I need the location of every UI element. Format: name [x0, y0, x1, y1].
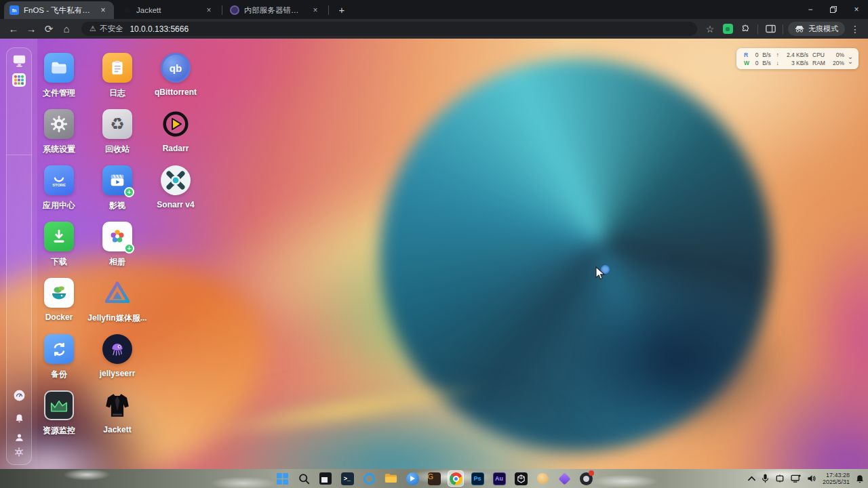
app-recycle-bin[interactable]: ♻ 回收站: [88, 109, 146, 165]
browser-tab-strip: fn FnOS - 飞牛私有云fnOS × Jackett × 内部服务器错误 …: [0, 0, 868, 19]
search-icon[interactable]: [296, 470, 312, 487]
backup-icon: [44, 334, 74, 364]
app-sonarr[interactable]: Sonarr v4: [146, 165, 205, 222]
tab-close-icon[interactable]: ×: [98, 5, 108, 16]
speaker-icon[interactable]: [807, 474, 816, 483]
desktop-view-icon[interactable]: [12, 54, 26, 68]
grid-empty-cell: [146, 278, 205, 334]
app-resource-monitor[interactable]: 资源监控: [30, 390, 88, 447]
app-qbittorrent[interactable]: qb qBittorrent: [146, 53, 205, 109]
app-photos[interactable]: + 相册: [88, 222, 146, 278]
app-docker[interactable]: Docker: [30, 278, 88, 334]
url-text: 10.0.0.133:5666: [130, 24, 189, 34]
security-chip[interactable]: ⚠ 不安全: [90, 24, 123, 34]
start-button-icon[interactable]: [274, 470, 290, 487]
app-label: 文件管理: [43, 87, 75, 99]
bookmark-star-icon[interactable]: ☆: [703, 22, 717, 37]
app-jellyseerr[interactable]: jellyseerr: [88, 334, 146, 390]
upload-arrow-icon: ↑: [774, 51, 782, 59]
powershell-icon[interactable]: >_: [339, 470, 355, 487]
mouse-cursor: [595, 266, 606, 283]
app-label: Docker: [45, 312, 73, 322]
audition-icon[interactable]: Au: [491, 470, 507, 487]
tab-close-icon[interactable]: ×: [310, 5, 321, 16]
warning-icon: ⚠: [90, 24, 96, 33]
pen-device-icon[interactable]: [775, 474, 785, 483]
file-explorer-icon[interactable]: [382, 470, 399, 487]
resource-monitor-icon: [44, 390, 74, 420]
widget-collapse-icon[interactable]: ⌄⌄: [846, 54, 854, 64]
g-app-icon[interactable]: G: [426, 470, 442, 487]
new-tab-button[interactable]: +: [334, 1, 350, 18]
tan-app-icon[interactable]: [534, 470, 551, 487]
settings-gear-icon[interactable]: [12, 445, 26, 460]
hidden-icons-chevron[interactable]: [748, 476, 755, 481]
notification-center-icon[interactable]: [856, 474, 864, 483]
minimize-button[interactable]: −: [799, 0, 822, 19]
adblock-extension-icon[interactable]: [720, 22, 735, 37]
purple-app-icon[interactable]: [556, 470, 572, 487]
qbittorrent-icon: qb: [161, 53, 191, 83]
unity-icon[interactable]: [513, 470, 529, 487]
notifications-bell-icon[interactable]: [12, 411, 26, 426]
user-account-icon[interactable]: [12, 430, 26, 445]
reload-icon[interactable]: ⟳: [41, 21, 57, 37]
app-radarr[interactable]: Radarr: [146, 109, 205, 165]
photoshop-icon[interactable]: Ps: [469, 470, 486, 487]
app-jellyfin[interactable]: Jellyfin媒体服...: [88, 278, 146, 334]
app-file-manager[interactable]: 文件管理: [30, 53, 88, 109]
loop-app-icon[interactable]: [361, 470, 377, 487]
cpu-value: 0%: [829, 51, 846, 59]
ram-label: RAM: [810, 59, 829, 67]
app-launcher-icon[interactable]: [12, 73, 26, 87]
app-app-center[interactable]: STORE 应用中心: [30, 165, 88, 222]
download-arrow-icon: ↓: [774, 59, 782, 67]
app-label: Sonarr v4: [157, 200, 194, 209]
side-panel-icon[interactable]: [763, 22, 778, 37]
task-view-icon[interactable]: [317, 470, 334, 487]
write-value: 0: [753, 59, 761, 67]
tab-fnos[interactable]: fn FnOS - 飞牛私有云fnOS ×: [4, 1, 114, 19]
cpu-label: CPU: [810, 51, 829, 59]
fnos-desktop: 文件管理 日志 qb qBittorrent 系统设置: [0, 39, 868, 469]
app-jackett[interactable]: Jackett: [88, 390, 146, 447]
app-movies[interactable]: + 影视: [88, 165, 146, 222]
tab-title: FnOS - 飞牛私有云fnOS: [24, 5, 92, 16]
obs-icon[interactable]: [578, 470, 594, 487]
app-logs[interactable]: 日志: [88, 53, 146, 109]
tab-jackett[interactable]: Jackett ×: [117, 1, 220, 19]
jellyfin-icon: [102, 278, 132, 308]
app-label: 影视: [109, 200, 125, 211]
app-download[interactable]: 下载: [30, 222, 88, 278]
chrome-icon[interactable]: [448, 470, 464, 487]
media-app-icon[interactable]: [404, 470, 420, 487]
back-icon[interactable]: ←: [5, 21, 22, 37]
app-label: 相册: [109, 256, 125, 268]
menu-kebab-icon[interactable]: ⋮: [848, 22, 863, 37]
restore-button[interactable]: [822, 0, 845, 19]
tab-jellyseerr[interactable]: 内部服务器错误 - Jellyseerr ×: [224, 1, 326, 19]
system-monitor-widget[interactable]: R 0 B/s ↑ 2.4 KB/s CPU 0% W 0 B/s ↓ 3 KB…: [736, 48, 859, 69]
forward-icon[interactable]: →: [23, 21, 39, 37]
dock-divider: [6, 155, 32, 155]
microphone-icon[interactable]: [762, 474, 769, 483]
taskbar-center-icons: >_ G Ps Au: [274, 469, 594, 488]
address-bar[interactable]: ⚠ 不安全 10.0.0.133:5666: [81, 22, 697, 36]
fnos-favicon: fn: [9, 5, 19, 15]
grid-empty-cell: [146, 222, 205, 278]
tab-close-icon[interactable]: ×: [203, 5, 214, 16]
home-icon[interactable]: ⌂: [58, 21, 75, 37]
close-button[interactable]: ×: [845, 0, 868, 19]
cast-screen-icon[interactable]: [791, 474, 801, 483]
docker-icon: [44, 278, 74, 308]
file-manager-icon: [44, 53, 74, 83]
extensions-puzzle-icon[interactable]: [738, 22, 753, 37]
tab-divider: [328, 5, 329, 15]
incognito-icon: [795, 25, 804, 33]
taskbar-clock[interactable]: 17:43:28 2025/5/31: [823, 472, 850, 485]
clock-date: 2025/5/31: [823, 479, 850, 485]
app-backup[interactable]: 备份: [30, 334, 88, 390]
incognito-badge[interactable]: 无痕模式: [788, 22, 845, 36]
app-system-settings[interactable]: 系统设置: [30, 109, 88, 165]
network-speed-icon[interactable]: [12, 388, 26, 403]
